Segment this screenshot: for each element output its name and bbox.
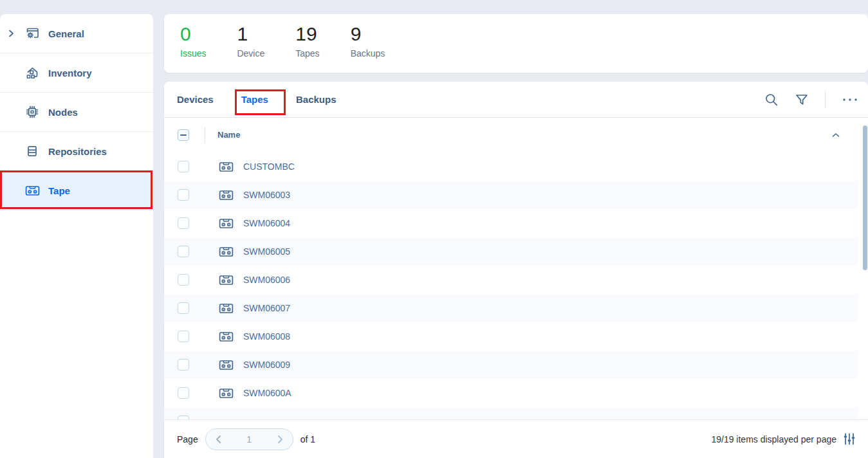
main-panel: Devices Tapes Backups Name bbox=[164, 82, 868, 458]
stat-label: Issues bbox=[180, 48, 206, 59]
stat-value: 19 bbox=[295, 23, 319, 45]
tape-cassette-icon bbox=[219, 331, 234, 343]
table-body: CUSTOMBC SWM06003 SWM06004 bbox=[164, 152, 858, 419]
toolbar bbox=[764, 91, 858, 108]
tab[interactable]: Backups bbox=[296, 94, 337, 105]
sidebar-item[interactable]: Nodes bbox=[0, 93, 153, 132]
row-checkbox[interactable] bbox=[178, 302, 189, 314]
tape-name[interactable]: SWM06005 bbox=[243, 237, 290, 266]
table-row[interactable]: SWM06005 bbox=[164, 237, 858, 266]
tape-name[interactable]: SWM06008 bbox=[243, 322, 290, 351]
tab-bar: Devices Tapes Backups bbox=[164, 82, 868, 118]
tape-name[interactable]: SWM0600A bbox=[243, 379, 291, 407]
tape-cassette-icon bbox=[219, 359, 234, 371]
tab[interactable]: Tapes bbox=[241, 94, 268, 105]
page-total-label: of 1 bbox=[300, 434, 315, 444]
tape-cassette-icon bbox=[219, 189, 234, 201]
row-checkbox[interactable] bbox=[178, 274, 189, 286]
stat-label: Device bbox=[237, 48, 264, 59]
sidebar-item[interactable]: Repositories bbox=[0, 132, 153, 171]
table-row[interactable]: SWM0600A bbox=[164, 379, 858, 407]
pagination-footer: Page 1 of 1 19/19 items displayed per pa… bbox=[164, 419, 868, 458]
sidebar-item-label: Tape bbox=[48, 185, 70, 196]
toolbar-divider bbox=[825, 91, 826, 108]
table-header: Name bbox=[164, 118, 868, 152]
stat-label: Backups bbox=[351, 48, 385, 59]
sidebar-item-icon bbox=[24, 105, 40, 118]
table-row[interactable] bbox=[164, 407, 858, 419]
stat-value: 9 bbox=[351, 23, 385, 45]
sidebar-item-label: General bbox=[48, 28, 84, 39]
sort-asc-icon[interactable] bbox=[832, 133, 840, 138]
row-checkbox[interactable] bbox=[178, 387, 189, 399]
sidebar: General Inventory Nodes bbox=[0, 14, 153, 458]
chevron-right-icon[interactable] bbox=[8, 30, 14, 37]
stat-label: Tapes bbox=[295, 48, 319, 59]
table-row[interactable]: CUSTOMBC bbox=[164, 152, 858, 181]
page-next-icon[interactable] bbox=[277, 435, 283, 444]
tape-cassette-icon bbox=[219, 387, 234, 399]
sidebar-item[interactable]: Tape bbox=[0, 171, 153, 210]
table-row[interactable]: SWM06009 bbox=[164, 351, 858, 379]
sidebar-item-label: Nodes bbox=[48, 107, 78, 118]
sidebar-item-icon bbox=[24, 185, 40, 197]
items-summary: 19/19 items displayed per page bbox=[711, 434, 836, 444]
tab[interactable]: Devices bbox=[177, 94, 214, 105]
table-row[interactable]: SWM06006 bbox=[164, 266, 858, 294]
tape-cassette-icon bbox=[219, 217, 234, 230]
table-row[interactable]: SWM06004 bbox=[164, 209, 858, 237]
stat-item: 19 Tapes bbox=[295, 23, 319, 73]
row-checkbox[interactable] bbox=[178, 161, 189, 172]
sidebar-item[interactable]: General bbox=[0, 14, 153, 53]
tape-cassette-icon bbox=[219, 302, 234, 315]
tape-name[interactable]: SWM06004 bbox=[243, 209, 290, 237]
search-icon[interactable] bbox=[764, 93, 779, 107]
vertical-scrollbar-thumb[interactable] bbox=[863, 125, 867, 270]
stat-value: 1 bbox=[237, 23, 264, 45]
items-per-page-icon[interactable] bbox=[843, 433, 856, 445]
column-header-name[interactable]: Name bbox=[217, 118, 240, 152]
page-prev-icon[interactable] bbox=[216, 435, 221, 444]
page-label: Page bbox=[177, 434, 198, 444]
stat-value: 0 bbox=[180, 23, 206, 45]
stat-item: 1 Device bbox=[237, 23, 264, 73]
sidebar-item[interactable]: Inventory bbox=[0, 53, 153, 93]
sidebar-item-icon bbox=[24, 145, 40, 158]
page-number[interactable]: 1 bbox=[246, 434, 252, 444]
tape-name[interactable]: SWM06006 bbox=[243, 266, 290, 294]
table-row[interactable]: SWM06007 bbox=[164, 294, 858, 322]
row-checkbox[interactable] bbox=[178, 331, 189, 342]
row-checkbox[interactable] bbox=[178, 359, 189, 371]
sidebar-item-icon bbox=[24, 27, 40, 40]
sidebar-item-icon bbox=[24, 66, 40, 79]
tape-name[interactable]: SWM06003 bbox=[243, 181, 290, 209]
page-control: 1 bbox=[205, 428, 293, 450]
stat-item: 9 Backups bbox=[351, 23, 385, 73]
tape-name[interactable]: CUSTOMBC bbox=[243, 152, 295, 181]
tape-cassette-icon bbox=[219, 161, 234, 173]
sidebar-item-label: Repositories bbox=[48, 146, 107, 157]
row-checkbox[interactable] bbox=[178, 217, 189, 229]
tape-cassette-icon bbox=[219, 246, 234, 258]
summary-stats-card: 0 Issues 1 Device 19 Tapes 9 Backups bbox=[164, 14, 868, 73]
table-row[interactable]: SWM06008 bbox=[164, 322, 858, 351]
row-checkbox[interactable] bbox=[178, 246, 189, 257]
tape-name[interactable]: SWM06007 bbox=[243, 294, 290, 322]
select-all-checkbox[interactable] bbox=[178, 129, 189, 141]
sidebar-item-label: Inventory bbox=[48, 68, 92, 78]
column-divider bbox=[205, 127, 205, 143]
stat-item: 0 Issues bbox=[180, 23, 206, 73]
more-options-icon[interactable] bbox=[842, 98, 858, 102]
filter-icon[interactable] bbox=[795, 94, 808, 105]
row-checkbox[interactable] bbox=[178, 189, 189, 201]
tape-name[interactable]: SWM06009 bbox=[243, 351, 290, 379]
tape-cassette-icon bbox=[219, 274, 234, 286]
table-row[interactable]: SWM06003 bbox=[164, 181, 858, 209]
